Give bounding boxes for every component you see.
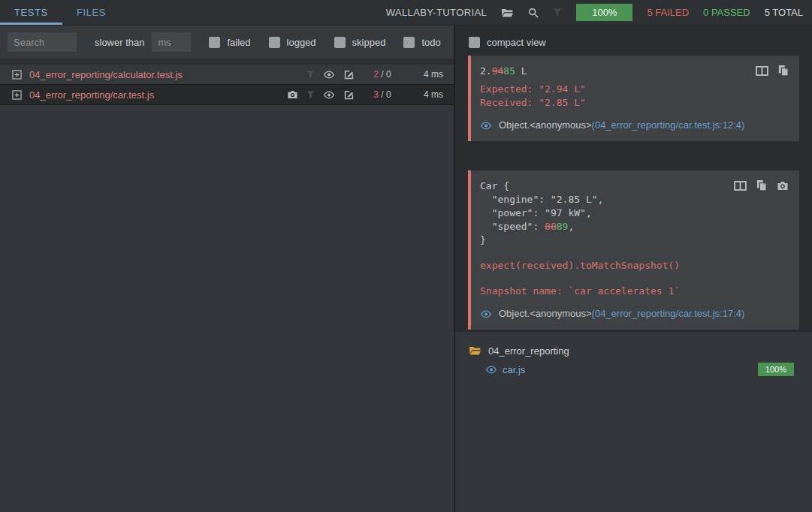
snapshot-camera-icon[interactable] [777,179,789,191]
tests-panel: slower than failed logged skipped todo [0,26,455,512]
card-actions [756,65,789,77]
snapshot-camera-icon[interactable] [287,90,298,99]
folder-open-icon [469,345,481,356]
failed-checkbox-label: failed [227,37,250,48]
code-line: "power": "97 kW", [480,206,789,220]
checkbox-failed[interactable]: failed [209,37,250,48]
stack-link[interactable]: (04_error_reporting/car.test.js:17:4) [592,307,745,321]
passed-count: 0 PASSED [703,7,750,18]
test-counts: 2 / 0 [364,69,401,80]
slower-than-label: slower than [95,37,144,48]
received-line: Received: "2.85 L" [480,96,789,110]
checkbox-todo[interactable]: todo [403,37,440,48]
diff-prefix: 2. [480,65,492,77]
eye-icon[interactable] [323,71,335,79]
test-duration: 4 ms [401,89,443,100]
checkbox-logged[interactable]: logged [269,37,316,48]
eye-icon[interactable] [480,122,492,130]
skipped-checkbox-box[interactable] [334,37,346,48]
filter-icon[interactable] [553,8,562,17]
copy-icon[interactable] [778,65,789,77]
eye-icon[interactable] [323,91,335,99]
tab-tests-label: TESTS [14,7,48,18]
row-actions [306,69,355,80]
compact-view-label: compact view [487,37,546,48]
tree-folder-row[interactable]: 04_error_reporting [455,342,812,360]
test-file-name[interactable]: 04_error_reporting/car.test.js [29,89,287,101]
test-row-calculator[interactable]: 04_error_reporting/calculator.test.js 2 … [0,65,454,85]
snapshot-name-line: Snapshot name: `car accelerates 1` [480,285,789,298]
rest-count: / 0 [381,89,391,100]
copy-icon[interactable] [756,179,767,191]
stack-frame: Object.<anonymous> (04_error_reporting/c… [480,119,789,132]
tab-files[interactable]: FILES [62,0,120,25]
logged-checkbox-label: logged [287,37,316,48]
topbar-status-cluster: WALLABY-TUTORIAL 100% 5 FAILED 0 PASSED … [386,0,812,25]
slower-than-ms-input[interactable] [152,32,191,52]
test-file-name[interactable]: 04_error_reporting/calculator.test.js [29,69,306,80]
skipped-checkbox-label: skipped [352,37,386,48]
diff-added: 89 [557,221,569,232]
code-line: } [480,233,789,247]
diff-suffix: , [568,221,574,232]
diff-line: 2.9485 L [480,65,789,78]
failed-count: 3 [373,89,379,100]
project-name: WALLABY-TUTORIAL [386,7,488,18]
test-row-car[interactable]: 04_error_reporting/car.test.js [0,85,454,105]
topbar: TESTS FILES WALLABY-TUTORIAL 100% 5 FAIL… [0,0,812,26]
code-line-diff: "speed": 8889, [480,220,789,233]
diff-prefix: "speed": [480,221,545,232]
eye-icon[interactable] [480,310,492,318]
diff-removed: 94 [492,65,504,77]
compact-view-checkbox-box[interactable] [469,37,480,48]
expected-line: Expected: "2.94 L" [480,83,789,96]
stack-frame: Object.<anonymous> (04_error_reporting/c… [480,307,789,321]
filter-gap [0,59,454,65]
tab-tests[interactable]: TESTS [0,0,62,25]
filter-bar: slower than failed logged skipped todo [0,26,454,59]
expand-icon[interactable] [12,90,22,100]
eye-icon[interactable] [485,366,497,374]
todo-checkbox-label: todo [421,37,440,48]
code-line: "engine": "2.85 L", [480,193,789,206]
diff-added: 85 [503,65,515,77]
stack-text: Object.<anonymous> [499,307,592,321]
test-duration: 4 ms [401,69,443,80]
tree-file-row[interactable]: car.js 100% [455,360,812,379]
details-panel: compact view 2.9485 L Expected: "2.94 L"… [455,26,812,512]
error-card-snapshot: Car { "engine": "2.85 L", "power": "97 k… [468,170,799,330]
search-input[interactable] [8,32,77,52]
compact-view-toggle[interactable]: compact view [469,37,812,48]
edit-icon[interactable] [343,89,355,101]
total-count: 5 TOTAL [765,7,803,18]
checkbox-skipped[interactable]: skipped [334,37,386,48]
coverage-badge: 100% [576,4,632,21]
failed-count: 2 [373,69,379,80]
test-counts: 3 / 0 [364,89,401,100]
split-view-icon[interactable] [734,179,747,191]
folder-icon[interactable] [501,8,514,18]
expect-line: expect(received).toMatchSnapshot() [480,259,789,273]
filter-icon[interactable] [306,90,315,99]
wallaby-app: TESTS FILES WALLABY-TUTORIAL 100% 5 FAIL… [0,0,812,512]
failed-checkbox-box[interactable] [209,37,220,48]
tree-folder-label: 04_error_reporting [488,345,569,357]
filter-icon[interactable] [306,70,315,79]
diff-removed: 88 [545,221,557,232]
search-icon[interactable] [528,8,539,18]
todo-checkbox-box[interactable] [403,37,415,48]
stack-text: Object.<anonymous> [499,119,592,132]
logged-checkbox-box[interactable] [269,37,280,48]
stack-link[interactable]: (04_error_reporting/car.test.js:12:4) [592,119,745,132]
split-view-icon[interactable] [756,65,768,77]
edit-icon[interactable] [343,69,355,80]
tab-bar: TESTS FILES [0,0,120,25]
error-card-expected-received: 2.9485 L Expected: "2.94 L" Received: "2… [468,56,799,141]
expand-icon[interactable] [12,70,22,80]
coverage-tree: 04_error_reporting car.js 100% [455,331,812,512]
file-coverage-badge: 100% [758,363,794,376]
row-actions [287,89,355,101]
tree-file-label[interactable]: car.js [503,364,758,375]
diff-suffix: L [515,65,527,77]
card-actions [734,179,789,191]
